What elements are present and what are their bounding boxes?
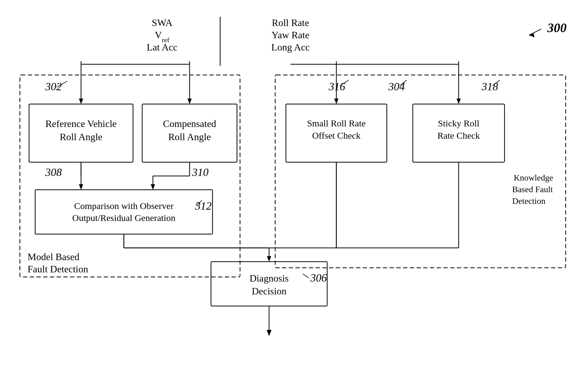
knowledge-label2: Based Fault [512,185,553,194]
longacc-label: Long Acc [271,42,309,53]
knowledge-label3: Detection [512,196,545,206]
diagnosis-text2: Decision [252,286,287,297]
ref-300: 300 [547,21,567,35]
ref-316: 316 [328,80,345,93]
small-roll-text2: Offset Check [312,130,361,140]
rollrate-label: Roll Rate [272,17,309,28]
ref-vehicle-text1: Reference Vehicle [45,118,116,129]
latacc-label: Lat Acc [147,42,177,53]
ref-306: 306 [310,272,327,284]
ref-302: 302 [45,80,62,93]
sticky-roll-text2: Rate Check [437,130,480,140]
ref-310: 310 [192,166,209,178]
ref-304: 304 [388,80,405,93]
model-based-label: Model Based [28,251,80,262]
svg-rect-0 [0,0,588,370]
knowledge-label1: Knowledge [514,173,553,182]
comp-roll-text2: Roll Angle [168,131,211,142]
diagram-container: SWA Vref Lat Acc Roll Rate Yaw Rate Long… [0,0,588,370]
sticky-roll-text1: Sticky Roll [438,118,479,128]
comparison-text2: Output/Residual Generation [72,213,175,223]
ref-308: 308 [45,166,62,178]
diagnosis-text1: Diagnosis [250,273,289,284]
comp-roll-text1: Compensated [163,118,216,129]
small-roll-text1: Small Roll Rate [307,118,366,128]
ref-vehicle-text2: Roll Angle [60,131,102,142]
ref-318: 318 [481,80,498,93]
ref-312: 312 [195,200,212,212]
model-based-label2: Fault Detection [28,263,88,275]
yawrate-label: Yaw Rate [272,29,309,40]
swa-label: SWA [152,17,172,28]
comparison-text1: Comparison with Observer [74,201,174,211]
